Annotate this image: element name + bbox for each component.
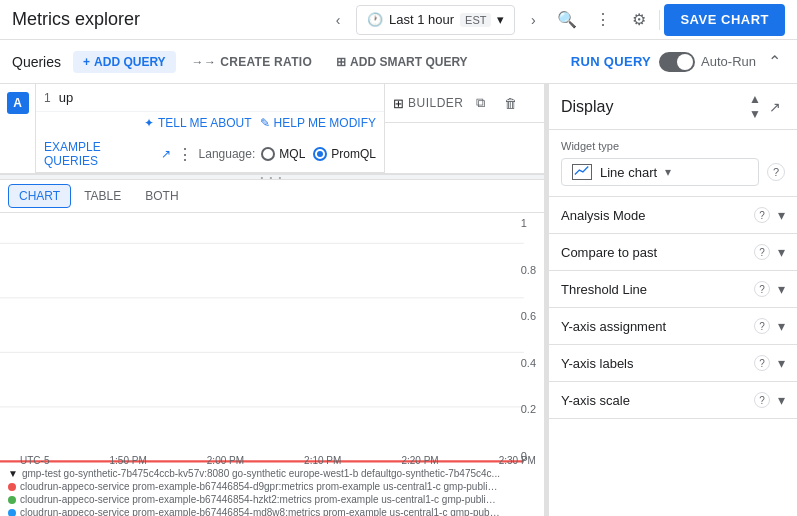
- display-up-button[interactable]: ▲: [745, 92, 765, 106]
- chart-x-labels: UTC-5 1:50 PM 2:00 PM 2:10 PM 2:20 PM 2:…: [20, 455, 536, 466]
- create-ratio-button[interactable]: →→ CREATE RATIO: [184, 51, 320, 73]
- widget-type-help-icon[interactable]: ?: [767, 163, 785, 181]
- nav-right-button[interactable]: ›: [519, 6, 547, 34]
- query-badge-a: A: [7, 92, 29, 114]
- widget-type-value: Line chart: [600, 165, 657, 180]
- time-selector[interactable]: 🕐 Last 1 hour EST ▾: [356, 5, 515, 35]
- time-dropdown-arrow: ▾: [497, 12, 504, 27]
- est-badge: EST: [460, 13, 491, 27]
- legend-item-3: cloudrun-appeco-service prom-example-b67…: [8, 507, 536, 516]
- compare-past-help-icon[interactable]: ?: [754, 244, 770, 260]
- chart-area: 1 0.8 0.6 0.4 0.2 0: [0, 213, 544, 516]
- plus-icon: +: [83, 55, 90, 69]
- mql-radio[interactable]: MQL: [261, 147, 305, 161]
- queries-label: Queries: [12, 54, 61, 70]
- mql-label: MQL: [279, 147, 305, 161]
- add-query-label: ADD QUERY: [94, 55, 166, 69]
- tab-both[interactable]: BOTH: [134, 184, 189, 208]
- promql-radio[interactable]: PromQL: [313, 147, 376, 161]
- auto-run-toggle: Auto-Run: [659, 52, 756, 72]
- accordion-y-axis-assignment-header[interactable]: Y-axis assignment ? ▾: [549, 308, 797, 344]
- add-smart-label: ADD SMART QUERY: [350, 55, 468, 69]
- tell-me-about-button[interactable]: ✦ TELL ME ABOUT: [144, 116, 252, 130]
- copy-query-button[interactable]: ⧉: [468, 90, 494, 116]
- create-ratio-label: CREATE RATIO: [220, 55, 312, 69]
- legend-dot-1: [8, 483, 16, 491]
- display-title: Display: [561, 98, 745, 116]
- external-link-icon: ↗: [161, 147, 171, 161]
- search-button[interactable]: 🔍: [551, 4, 583, 36]
- save-chart-button[interactable]: SAVE CHART: [664, 4, 785, 36]
- widget-type-dropdown[interactable]: Line chart ▾: [561, 158, 759, 186]
- threshold-line-help-icon[interactable]: ?: [754, 281, 770, 297]
- more-options-button[interactable]: ⋮: [587, 4, 619, 36]
- time-value: Last 1 hour: [389, 12, 454, 27]
- collapse-button[interactable]: ⌃: [764, 48, 785, 75]
- builder-row: ⊞ BUILDER ⧉ 🗑: [385, 84, 544, 123]
- legend-item-0: ▼ gmp-test go-synthetic-7b475c4ccb-kv57v…: [8, 468, 536, 479]
- accordion-y-axis-scale-label: Y-axis scale: [561, 393, 750, 408]
- display-down-button[interactable]: ▼: [745, 107, 765, 121]
- accordion-y-axis-assignment-label: Y-axis assignment: [561, 319, 750, 334]
- line-chart-icon: [572, 164, 592, 180]
- left-panel: A 1 up ✦ TELL ME ABOUT ✎ HELP ME MODIFY: [0, 84, 545, 516]
- tab-chart[interactable]: CHART: [8, 184, 71, 208]
- accordion-analysis-mode-label: Analysis Mode: [561, 208, 750, 223]
- analysis-mode-help-icon[interactable]: ?: [754, 207, 770, 223]
- accordion-compare-past-header[interactable]: Compare to past ? ▾: [549, 234, 797, 270]
- accordion-analysis-mode-arrow: ▾: [778, 207, 785, 223]
- accordion-y-axis-scale-arrow: ▾: [778, 392, 785, 408]
- auto-run-label: Auto-Run: [701, 54, 756, 69]
- x-label-220: 2:20 PM: [401, 455, 438, 466]
- legend-item-2: cloudrun-appeco-service prom-example-b67…: [8, 494, 536, 505]
- x-label-150: 1:50 PM: [110, 455, 147, 466]
- accordion-y-axis-assignment-arrow: ▾: [778, 318, 785, 334]
- divider: [659, 10, 660, 30]
- smart-icon: ⊞: [336, 55, 346, 69]
- header: Metrics explorer ‹ 🕐 Last 1 hour EST ▾ ›…: [0, 0, 797, 40]
- add-query-button[interactable]: + ADD QUERY: [73, 51, 176, 73]
- more-options-icon[interactable]: ⋮: [177, 145, 193, 164]
- display-header: Display ▲ ▼ ↗: [549, 84, 797, 130]
- nav-left-button[interactable]: ‹: [324, 6, 352, 34]
- y-axis-labels-help-icon[interactable]: ?: [754, 355, 770, 371]
- display-nav-arrows: ▲ ▼: [745, 92, 765, 121]
- y-axis-scale-help-icon[interactable]: ?: [754, 392, 770, 408]
- legend-text-1: cloudrun-appeco-service prom-example-b67…: [20, 481, 500, 492]
- tab-table[interactable]: TABLE: [73, 184, 132, 208]
- legend-item-1: cloudrun-appeco-service prom-example-b67…: [8, 481, 536, 492]
- query-input-area: 1 up ✦ TELL ME ABOUT ✎ HELP ME MODIFY E: [36, 84, 384, 173]
- run-query-button[interactable]: RUN QUERY: [571, 54, 651, 69]
- legend-text-3: cloudrun-appeco-service prom-example-b67…: [20, 507, 500, 516]
- example-queries-link[interactable]: EXAMPLE QUERIES ↗: [44, 140, 171, 168]
- accordion-threshold-line-header[interactable]: Threshold Line ? ▾: [549, 271, 797, 307]
- legend-dot-3: [8, 509, 16, 517]
- query-actions-row: ✦ TELL ME ABOUT ✎ HELP ME MODIFY: [36, 111, 384, 136]
- help-me-modify-button[interactable]: ✎ HELP ME MODIFY: [260, 116, 376, 130]
- example-queries-label: EXAMPLE QUERIES: [44, 140, 158, 168]
- promql-radio-circle: [313, 147, 327, 161]
- x-label-200: 2:00 PM: [207, 455, 244, 466]
- chart-tabs: CHART TABLE BOTH: [0, 180, 544, 213]
- header-icons: ‹ 🕐 Last 1 hour EST ▾ › 🔍 ⋮ ⚙ SAVE CHART: [324, 4, 785, 36]
- accordion-y-axis-labels-header[interactable]: Y-axis labels ? ▾: [549, 345, 797, 381]
- display-expand-button[interactable]: ↗: [765, 97, 785, 117]
- sparkle-icon: ✦: [144, 116, 154, 130]
- accordion-y-axis-assignment: Y-axis assignment ? ▾: [549, 308, 797, 345]
- auto-run-switch[interactable]: [659, 52, 695, 72]
- settings-button[interactable]: ⚙: [623, 4, 655, 36]
- accordion-y-axis-labels: Y-axis labels ? ▾: [549, 345, 797, 382]
- add-smart-query-button[interactable]: ⊞ ADD SMART QUERY: [328, 51, 476, 73]
- delete-query-button[interactable]: 🗑: [498, 90, 524, 116]
- query-input[interactable]: up: [59, 90, 376, 105]
- display-panel: Display ▲ ▼ ↗ Widget type Line chart ▾: [549, 84, 797, 516]
- accordion-analysis-mode-header[interactable]: Analysis Mode ? ▾: [549, 197, 797, 233]
- y-axis-assignment-help-icon[interactable]: ?: [754, 318, 770, 334]
- query-right-panel: ⊞ BUILDER ⧉ 🗑: [384, 84, 544, 173]
- widget-type-label: Widget type: [561, 140, 785, 152]
- legend-dot-2: [8, 496, 16, 504]
- accordion-y-axis-scale-header[interactable]: Y-axis scale ? ▾: [549, 382, 797, 418]
- queries-bar: Queries + ADD QUERY →→ CREATE RATIO ⊞ AD…: [0, 40, 797, 84]
- builder-label: BUILDER: [408, 96, 464, 110]
- accordion-analysis-mode: Analysis Mode ? ▾: [549, 197, 797, 234]
